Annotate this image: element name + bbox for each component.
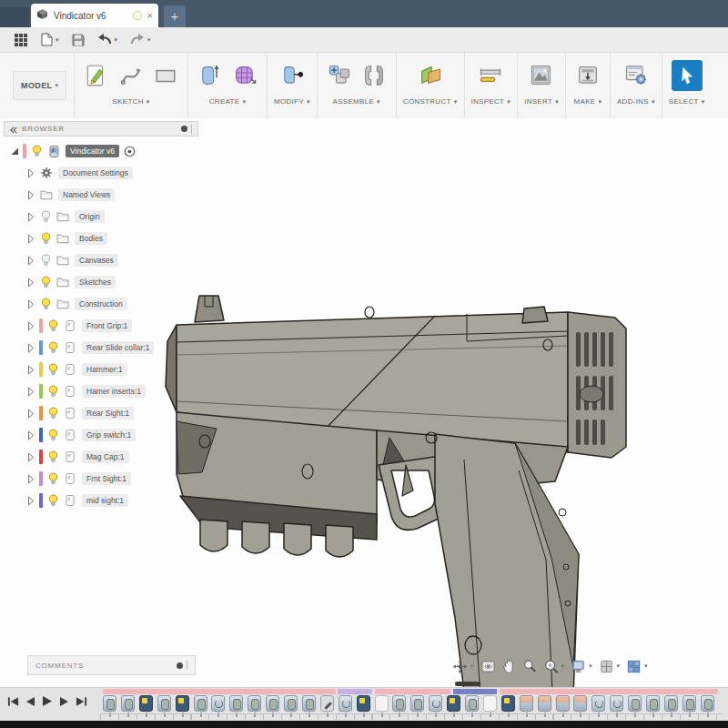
expand-arrow-icon[interactable] [25,234,36,244]
timeline-feature-ext[interactable] [410,695,424,712]
timeline-feature-sketch[interactable] [176,695,189,712]
visibility-on-bulb-icon[interactable] [46,450,59,463]
browser-item-label[interactable]: Named Views [58,188,115,201]
timeline-feature-ext[interactable] [157,695,171,712]
expand-arrow-icon[interactable] [25,452,36,462]
expand-arrow-icon[interactable] [25,278,36,288]
browser-item-label[interactable]: Grip switch:1 [82,429,136,441]
display-settings-button[interactable]: ▾ [571,659,592,674]
visibility-off-bulb-icon[interactable] [39,210,52,223]
timeline-feature-ext[interactable] [628,695,642,712]
orbit-button[interactable]: ▾ [452,659,474,674]
browser-item-bodies[interactable]: Bodies [4,228,198,249]
expand-arrow-icon[interactable] [25,474,36,484]
extrude-tool-button[interactable] [195,60,226,91]
browser-item-label[interactable]: Origin [75,210,105,223]
timeline-feature-ext[interactable] [284,695,298,712]
browser-item-label[interactable]: Document Settings [58,167,133,179]
form-tool-button[interactable] [229,60,260,91]
timeline-feature-ext[interactable] [701,695,714,712]
go-to-end-button[interactable] [76,696,87,707]
timeline-feature-comp[interactable] [556,695,570,712]
browser-item-canvases[interactable]: Canvases [4,249,198,271]
expand-arrow-icon[interactable] [25,430,36,440]
visibility-on-bulb-icon[interactable] [46,472,59,485]
browser-item-label[interactable]: Front Grip:1 [82,319,132,332]
pan-button[interactable] [502,659,516,674]
comments-panel[interactable]: COMMENTS [27,655,196,675]
timeline-feature-ext[interactable] [121,695,135,712]
browser-item-label[interactable]: Construction [75,298,127,310]
browser-item-hamer-inserts-1[interactable]: Hamer inserts:1 [4,380,198,402]
expand-arrow-icon[interactable] [9,147,20,156]
press-pull-tool-button[interactable] [277,60,308,91]
timeline-feature-comp[interactable] [538,695,551,712]
app-grid-button[interactable] [9,30,33,50]
browser-item-label[interactable]: Mag Cap:1 [82,450,129,463]
ribbon-group-label[interactable]: INSERT▾ [524,97,559,106]
insert-image-tool-button[interactable] [526,60,557,91]
ribbon-group-label[interactable]: CONSTRUCT▾ [403,97,458,106]
joint-tool-button[interactable] [359,60,389,91]
fit-button[interactable]: ▾ [543,659,565,674]
timeline-feature-revolve[interactable] [592,695,605,712]
viewports-button[interactable]: ▾ [626,659,648,674]
add-ins-tool-button[interactable] [621,60,652,91]
ribbon-group-label[interactable]: ADD-INS▾ [617,97,655,106]
undo-button[interactable]: ▾ [93,30,123,50]
measure-tool-button[interactable] [475,60,506,91]
visibility-on-bulb-icon[interactable] [46,385,59,398]
timeline-group-band[interactable] [453,689,497,694]
go-to-start-button[interactable] [7,696,19,707]
browser-item-named-views[interactable]: Named Views [4,184,198,206]
timeline-feature-revolve[interactable] [429,695,442,712]
timeline-group-band[interactable] [103,689,336,694]
timeline-group-band[interactable] [500,689,718,694]
expand-arrow-icon[interactable] [25,387,36,397]
timeline-feature-ext[interactable] [465,695,479,712]
file-button[interactable]: ▾ [36,30,64,50]
expand-arrow-icon[interactable] [25,299,36,309]
select-tool-button[interactable] [672,60,703,91]
timeline-feature-ext[interactable] [302,695,316,712]
panel-handle-icon[interactable] [177,662,183,669]
timeline-feature-edit[interactable] [320,695,334,712]
grid-layout-button[interactable]: ▾ [599,659,621,674]
browser-item-grip-switch-1[interactable]: Grip switch:1 [4,424,198,446]
expand-arrow-icon[interactable] [25,256,36,266]
ribbon-group-label[interactable]: ASSEMBLE▾ [333,97,380,106]
look-at-button[interactable] [480,659,496,674]
plane-tool-button[interactable] [415,60,446,91]
timeline-feature-ext[interactable] [392,695,406,712]
timeline-feature-sketch[interactable] [139,695,153,712]
browser-item-label[interactable]: mid sight:1 [82,494,128,507]
activate-component-icon[interactable] [124,146,136,157]
browser-item-hammer-1[interactable]: Hammer:1 [4,359,198,380]
browser-item-label[interactable]: Hamer inserts:1 [82,385,146,398]
browser-item-construction[interactable]: Construction [4,293,198,315]
browser-item-label[interactable]: Bodies [75,232,107,245]
browser-item-label[interactable]: Rear Slide collar:1 [82,341,154,354]
save-button[interactable] [67,30,89,50]
timeline-feature-sketch[interactable] [447,695,460,712]
document-tab[interactable]: Vindicator v6 × [31,4,158,27]
timeline-feature-blank[interactable] [375,695,389,712]
expand-arrow-icon[interactable] [25,212,36,222]
workspace-selector-button[interactable]: MODEL ▾ [13,71,66,100]
timeline-feature-comp[interactable] [520,695,533,712]
ribbon-group-label[interactable]: SKETCH▾ [112,97,149,106]
expand-arrow-icon[interactable] [25,409,36,419]
timeline-feature-sketch[interactable] [357,695,370,712]
browser-item-label[interactable]: Rear Sight:1 [82,407,134,420]
browser-item-frnt-sight-1[interactable]: Frnt Sight:1 [4,468,198,490]
visibility-off-bulb-icon[interactable] [39,254,52,267]
step-back-button[interactable] [25,696,35,707]
ribbon-group-label[interactable]: MAKE▾ [574,97,602,106]
expand-arrow-icon[interactable] [25,365,36,375]
timeline-feature-ext[interactable] [194,695,207,712]
timeline-feature-ext[interactable] [646,695,660,712]
redo-button[interactable]: ▾ [126,30,156,50]
expand-arrow-icon[interactable] [25,321,36,331]
expand-arrow-icon[interactable] [25,343,36,353]
timeline-feature-ext[interactable] [664,695,678,712]
